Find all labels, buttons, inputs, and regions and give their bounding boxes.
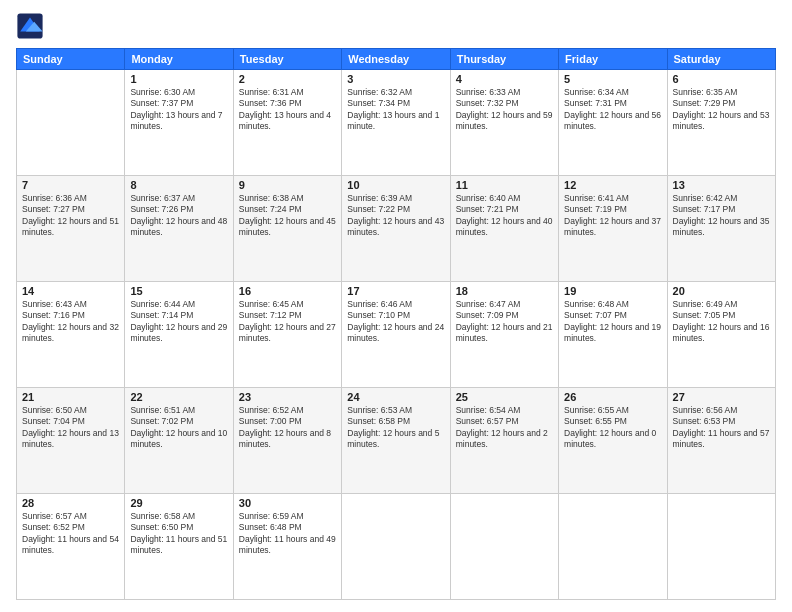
cell-info: Sunrise: 6:53 AM Sunset: 6:58 PM Dayligh…: [347, 405, 444, 451]
cell-info: Sunrise: 6:50 AM Sunset: 7:04 PM Dayligh…: [22, 405, 119, 451]
cell-info: Sunrise: 6:51 AM Sunset: 7:02 PM Dayligh…: [130, 405, 227, 451]
calendar-cell: 11Sunrise: 6:40 AM Sunset: 7:21 PM Dayli…: [450, 176, 558, 282]
day-number: 6: [673, 73, 770, 85]
cell-info: Sunrise: 6:44 AM Sunset: 7:14 PM Dayligh…: [130, 299, 227, 345]
day-number: 19: [564, 285, 661, 297]
logo-icon: [16, 12, 44, 40]
calendar-cell: [17, 70, 125, 176]
calendar-cell: 20Sunrise: 6:49 AM Sunset: 7:05 PM Dayli…: [667, 282, 775, 388]
cell-info: Sunrise: 6:59 AM Sunset: 6:48 PM Dayligh…: [239, 511, 336, 557]
day-number: 24: [347, 391, 444, 403]
weekday-header-sunday: Sunday: [17, 49, 125, 70]
day-number: 8: [130, 179, 227, 191]
cell-info: Sunrise: 6:43 AM Sunset: 7:16 PM Dayligh…: [22, 299, 119, 345]
calendar-cell: 13Sunrise: 6:42 AM Sunset: 7:17 PM Dayli…: [667, 176, 775, 282]
cell-info: Sunrise: 6:31 AM Sunset: 7:36 PM Dayligh…: [239, 87, 336, 133]
day-number: 17: [347, 285, 444, 297]
cell-info: Sunrise: 6:45 AM Sunset: 7:12 PM Dayligh…: [239, 299, 336, 345]
day-number: 7: [22, 179, 119, 191]
calendar-cell: [667, 494, 775, 600]
calendar-cell: 23Sunrise: 6:52 AM Sunset: 7:00 PM Dayli…: [233, 388, 341, 494]
day-number: 25: [456, 391, 553, 403]
week-row-1: 7Sunrise: 6:36 AM Sunset: 7:27 PM Daylig…: [17, 176, 776, 282]
day-number: 10: [347, 179, 444, 191]
cell-info: Sunrise: 6:35 AM Sunset: 7:29 PM Dayligh…: [673, 87, 770, 133]
calendar-cell: 5Sunrise: 6:34 AM Sunset: 7:31 PM Daylig…: [559, 70, 667, 176]
cell-info: Sunrise: 6:52 AM Sunset: 7:00 PM Dayligh…: [239, 405, 336, 451]
calendar-cell: 24Sunrise: 6:53 AM Sunset: 6:58 PM Dayli…: [342, 388, 450, 494]
calendar-cell: 14Sunrise: 6:43 AM Sunset: 7:16 PM Dayli…: [17, 282, 125, 388]
day-number: 18: [456, 285, 553, 297]
calendar-cell: 17Sunrise: 6:46 AM Sunset: 7:10 PM Dayli…: [342, 282, 450, 388]
calendar-cell: 26Sunrise: 6:55 AM Sunset: 6:55 PM Dayli…: [559, 388, 667, 494]
day-number: 27: [673, 391, 770, 403]
day-number: 16: [239, 285, 336, 297]
cell-info: Sunrise: 6:32 AM Sunset: 7:34 PM Dayligh…: [347, 87, 444, 133]
calendar-cell: 8Sunrise: 6:37 AM Sunset: 7:26 PM Daylig…: [125, 176, 233, 282]
cell-info: Sunrise: 6:30 AM Sunset: 7:37 PM Dayligh…: [130, 87, 227, 133]
day-number: 12: [564, 179, 661, 191]
cell-info: Sunrise: 6:38 AM Sunset: 7:24 PM Dayligh…: [239, 193, 336, 239]
day-number: 20: [673, 285, 770, 297]
calendar-cell: 28Sunrise: 6:57 AM Sunset: 6:52 PM Dayli…: [17, 494, 125, 600]
calendar-cell: 29Sunrise: 6:58 AM Sunset: 6:50 PM Dayli…: [125, 494, 233, 600]
day-number: 9: [239, 179, 336, 191]
weekday-header-tuesday: Tuesday: [233, 49, 341, 70]
day-number: 21: [22, 391, 119, 403]
cell-info: Sunrise: 6:46 AM Sunset: 7:10 PM Dayligh…: [347, 299, 444, 345]
day-number: 28: [22, 497, 119, 509]
calendar-cell: 1Sunrise: 6:30 AM Sunset: 7:37 PM Daylig…: [125, 70, 233, 176]
cell-info: Sunrise: 6:47 AM Sunset: 7:09 PM Dayligh…: [456, 299, 553, 345]
day-number: 3: [347, 73, 444, 85]
day-number: 1: [130, 73, 227, 85]
week-row-3: 21Sunrise: 6:50 AM Sunset: 7:04 PM Dayli…: [17, 388, 776, 494]
calendar-cell: 2Sunrise: 6:31 AM Sunset: 7:36 PM Daylig…: [233, 70, 341, 176]
week-row-2: 14Sunrise: 6:43 AM Sunset: 7:16 PM Dayli…: [17, 282, 776, 388]
cell-info: Sunrise: 6:39 AM Sunset: 7:22 PM Dayligh…: [347, 193, 444, 239]
cell-info: Sunrise: 6:41 AM Sunset: 7:19 PM Dayligh…: [564, 193, 661, 239]
calendar-cell: 18Sunrise: 6:47 AM Sunset: 7:09 PM Dayli…: [450, 282, 558, 388]
week-row-0: 1Sunrise: 6:30 AM Sunset: 7:37 PM Daylig…: [17, 70, 776, 176]
cell-info: Sunrise: 6:42 AM Sunset: 7:17 PM Dayligh…: [673, 193, 770, 239]
cell-info: Sunrise: 6:33 AM Sunset: 7:32 PM Dayligh…: [456, 87, 553, 133]
calendar-cell: 25Sunrise: 6:54 AM Sunset: 6:57 PM Dayli…: [450, 388, 558, 494]
calendar-cell: 19Sunrise: 6:48 AM Sunset: 7:07 PM Dayli…: [559, 282, 667, 388]
cell-info: Sunrise: 6:34 AM Sunset: 7:31 PM Dayligh…: [564, 87, 661, 133]
day-number: 4: [456, 73, 553, 85]
cell-info: Sunrise: 6:49 AM Sunset: 7:05 PM Dayligh…: [673, 299, 770, 345]
cell-info: Sunrise: 6:37 AM Sunset: 7:26 PM Dayligh…: [130, 193, 227, 239]
weekday-header-wednesday: Wednesday: [342, 49, 450, 70]
calendar-cell: 21Sunrise: 6:50 AM Sunset: 7:04 PM Dayli…: [17, 388, 125, 494]
calendar-cell: 16Sunrise: 6:45 AM Sunset: 7:12 PM Dayli…: [233, 282, 341, 388]
day-number: 11: [456, 179, 553, 191]
calendar-cell: 4Sunrise: 6:33 AM Sunset: 7:32 PM Daylig…: [450, 70, 558, 176]
day-number: 15: [130, 285, 227, 297]
day-number: 14: [22, 285, 119, 297]
day-number: 29: [130, 497, 227, 509]
cell-info: Sunrise: 6:57 AM Sunset: 6:52 PM Dayligh…: [22, 511, 119, 557]
calendar-cell: [450, 494, 558, 600]
cell-info: Sunrise: 6:48 AM Sunset: 7:07 PM Dayligh…: [564, 299, 661, 345]
calendar-cell: 3Sunrise: 6:32 AM Sunset: 7:34 PM Daylig…: [342, 70, 450, 176]
calendar-cell: 27Sunrise: 6:56 AM Sunset: 6:53 PM Dayli…: [667, 388, 775, 494]
weekday-header-saturday: Saturday: [667, 49, 775, 70]
weekday-header-monday: Monday: [125, 49, 233, 70]
weekday-header-row: SundayMondayTuesdayWednesdayThursdayFrid…: [17, 49, 776, 70]
day-number: 30: [239, 497, 336, 509]
calendar-cell: 12Sunrise: 6:41 AM Sunset: 7:19 PM Dayli…: [559, 176, 667, 282]
day-number: 13: [673, 179, 770, 191]
weekday-header-friday: Friday: [559, 49, 667, 70]
calendar-cell: 6Sunrise: 6:35 AM Sunset: 7:29 PM Daylig…: [667, 70, 775, 176]
page: SundayMondayTuesdayWednesdayThursdayFrid…: [0, 0, 792, 612]
cell-info: Sunrise: 6:58 AM Sunset: 6:50 PM Dayligh…: [130, 511, 227, 557]
cell-info: Sunrise: 6:56 AM Sunset: 6:53 PM Dayligh…: [673, 405, 770, 451]
cell-info: Sunrise: 6:55 AM Sunset: 6:55 PM Dayligh…: [564, 405, 661, 451]
week-row-4: 28Sunrise: 6:57 AM Sunset: 6:52 PM Dayli…: [17, 494, 776, 600]
calendar-table: SundayMondayTuesdayWednesdayThursdayFrid…: [16, 48, 776, 600]
cell-info: Sunrise: 6:54 AM Sunset: 6:57 PM Dayligh…: [456, 405, 553, 451]
calendar-cell: 30Sunrise: 6:59 AM Sunset: 6:48 PM Dayli…: [233, 494, 341, 600]
cell-info: Sunrise: 6:40 AM Sunset: 7:21 PM Dayligh…: [456, 193, 553, 239]
calendar-cell: 9Sunrise: 6:38 AM Sunset: 7:24 PM Daylig…: [233, 176, 341, 282]
logo: [16, 12, 48, 40]
weekday-header-thursday: Thursday: [450, 49, 558, 70]
